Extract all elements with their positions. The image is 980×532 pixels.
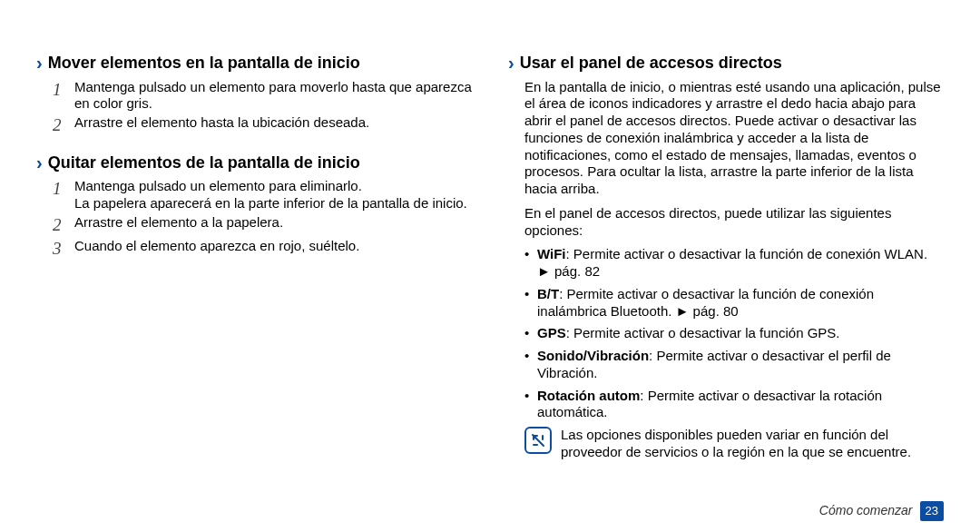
step-text-main: Mantenga pulsado un elemento para elimin… <box>74 178 362 193</box>
bullet-rest: : Permite activar o desactivar la funció… <box>566 325 840 340</box>
section-header-move: › Mover elementos en la pantalla de inic… <box>36 53 472 74</box>
chevron-icon: › <box>36 153 43 172</box>
left-column: › Mover elementos en la pantalla de inic… <box>36 44 472 523</box>
page-footer: Cómo comenzar 23 <box>819 501 944 521</box>
step-text: Mantenga pulsado un elemento para moverl… <box>74 79 472 113</box>
bullet-ref: pág. 82 <box>551 263 600 279</box>
bullet-bold: WiFi <box>537 246 566 261</box>
paragraph: En la pantalla de inicio, o mientras est… <box>524 79 944 198</box>
right-column: › Usar el panel de accesos directos En l… <box>508 44 944 523</box>
bullet-item: Rotación autom: Permite activar o desact… <box>524 388 944 422</box>
step: 3 Cuando el elemento aparezca en rojo, s… <box>53 238 472 260</box>
ref-arrow-icon: ► <box>537 263 551 281</box>
footer-label: Cómo comenzar <box>819 503 913 519</box>
section-title: Quitar elementos de la pantalla de inici… <box>48 153 360 173</box>
section-title: Usar el panel de accesos directos <box>520 53 782 74</box>
step-number: 1 <box>53 79 65 113</box>
section-header-shortcuts: › Usar el panel de accesos directos <box>508 53 944 74</box>
step-text: Cuando el elemento aparezca en rojo, sué… <box>74 238 472 260</box>
bullet-list: WiFi: Permite activar o desactivar la fu… <box>524 246 944 421</box>
bullet-item: B/T: Permite activar o desactivar la fun… <box>524 286 944 320</box>
bullet-ref: pág. 80 <box>689 303 738 319</box>
step-text: Arrastre el elemento hasta la ubicación … <box>74 114 472 136</box>
ref-arrow-icon: ► <box>676 303 690 320</box>
bullet-bold: B/T <box>537 286 559 301</box>
page: › Mover elementos en la pantalla de inic… <box>0 0 980 532</box>
bullet-rest: : Permite activar o desactivar la funció… <box>566 246 928 261</box>
step: 1 Mantenga pulsado un elemento para move… <box>53 79 472 113</box>
step-text: Arrastre el elemento a la papelera. <box>74 214 472 236</box>
step-text: Mantenga pulsado un elemento para elimin… <box>74 178 472 212</box>
paragraph: En el panel de accesos directos, puede u… <box>524 205 944 240</box>
step-number: 3 <box>53 238 65 260</box>
bullet-bold: GPS <box>537 325 566 340</box>
bullet-item: GPS: Permite activar o desactivar la fun… <box>524 325 944 342</box>
section-title: Mover elementos en la pantalla de inicio <box>48 53 360 74</box>
step: 1 Mantenga pulsado un elemento para elim… <box>53 178 472 212</box>
section-header-remove: › Quitar elementos de la pantalla de ini… <box>36 153 472 173</box>
bullet-bold: Rotación autom <box>537 388 640 403</box>
note-text: Las opciones disponibles pueden variar e… <box>561 427 944 461</box>
step-text-sub: La papelera aparecerá en la parte inferi… <box>74 195 467 211</box>
step: 2 Arrastre el elemento a la papelera. <box>53 214 472 236</box>
step-number: 2 <box>53 114 65 136</box>
note: Las opciones disponibles pueden variar e… <box>524 427 944 461</box>
bullet-bold: Sonido/Vibración <box>537 348 649 363</box>
step-number: 2 <box>53 214 65 236</box>
step-number: 1 <box>53 178 65 212</box>
page-number-badge: 23 <box>920 501 944 521</box>
chevron-icon: › <box>508 54 514 72</box>
bullet-item: WiFi: Permite activar o desactivar la fu… <box>524 246 944 281</box>
step: 2 Arrastre el elemento hasta la ubicació… <box>53 114 472 136</box>
bullet-item: Sonido/Vibración: Permite activar o desa… <box>524 348 944 382</box>
chevron-icon: › <box>36 54 43 72</box>
note-icon <box>524 427 552 454</box>
